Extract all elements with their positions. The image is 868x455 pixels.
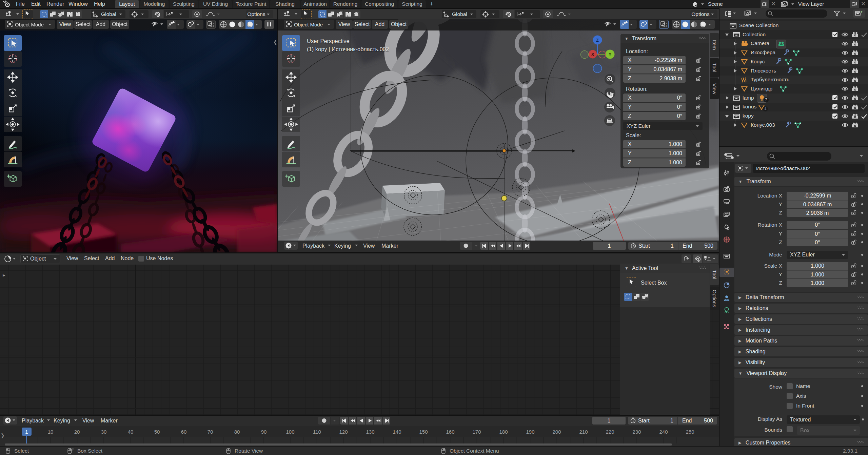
svg-text:Y: Y xyxy=(609,52,612,57)
svg-text:X: X xyxy=(591,52,594,57)
svg-text:Z: Z xyxy=(596,38,599,43)
